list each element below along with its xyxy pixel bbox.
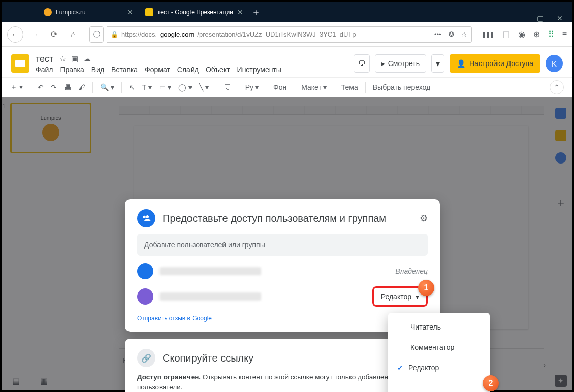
menu-view[interactable]: Вид	[91, 66, 104, 74]
address-field[interactable]: 🔒 https://docs.google.com/presentation/d…	[107, 26, 472, 43]
favicon-slides	[145, 8, 153, 16]
star-icon[interactable]: ☆	[59, 54, 66, 63]
tab-title: Lumpics.ru	[56, 9, 86, 16]
redo-button[interactable]: ↷	[51, 83, 57, 91]
move-folder-icon[interactable]: ▣	[71, 54, 78, 63]
share-button[interactable]: 👤 Настройки Доступа	[450, 54, 540, 73]
more-icon[interactable]: •••	[434, 30, 441, 38]
role-dropdown-button[interactable]: Редактор ▾ 1	[372, 286, 428, 307]
reload-button[interactable]: ⟳	[46, 26, 62, 43]
extensions-icon[interactable]: ⠿	[548, 29, 554, 39]
url-part: /presentation/d/1vUZz_UD1iTsKwIN3WJ_3YC1…	[197, 30, 356, 38]
paint-format-button[interactable]: 🖌	[78, 83, 85, 91]
menu-file[interactable]: Файл	[36, 66, 53, 74]
cloud-saved-icon: ☁	[83, 54, 91, 63]
separator	[388, 381, 490, 381]
present-button[interactable]: ▸ Смотреть	[375, 54, 426, 73]
browser-tab-active[interactable]: тест - Google Презентации ✕	[139, 4, 249, 21]
menu-tools[interactable]: Инструменты	[237, 66, 281, 74]
site-info-button[interactable]: ⓘ	[89, 26, 104, 43]
url-bar: ← → ⟳ ⌂ ⓘ 🔒 https://docs.google.com/pres…	[2, 22, 572, 47]
background-button[interactable]: Фон	[273, 83, 286, 91]
role-dropdown-menu: Читатель Комментатор ✓Редактор Назначить…	[388, 313, 490, 392]
add-people-input[interactable]: Добавьте пользователей или группы	[137, 234, 428, 256]
url-host: google.com	[160, 30, 194, 38]
back-button[interactable]: ←	[7, 26, 23, 43]
user-avatar	[137, 263, 153, 279]
library-icon[interactable]: ⫿⫿⫿	[482, 30, 494, 39]
textbox-tool[interactable]: T ▾	[142, 83, 152, 91]
callout-badge: 2	[483, 375, 499, 391]
toolbar: ＋ ▾ ↶ ↷ 🖶 🖌 🔍 ▾ ↖ T ▾ ▭ ▾ ◯ ▾ ╲ ▾ 🗨 Pу ▾…	[2, 77, 572, 97]
reader-mode-icon[interactable]: ✪	[449, 30, 454, 38]
doc-header: тест ☆ ▣ ☁ Файл Правка Вид Вставка Форма…	[2, 47, 572, 77]
sidebar-icon[interactable]: ◫	[502, 29, 510, 39]
line-tool[interactable]: ╲ ▾	[199, 83, 209, 91]
favicon-lumpics	[44, 8, 52, 16]
menu-reader[interactable]: Читатель	[388, 317, 490, 337]
new-tab-button[interactable]: ＋	[251, 6, 261, 18]
menu-format[interactable]: Формат	[145, 66, 170, 74]
close-icon[interactable]: ✕	[237, 8, 243, 16]
check-icon: ✓	[397, 364, 403, 372]
menu-edit[interactable]: Правка	[60, 66, 84, 74]
menu-insert[interactable]: Вставка	[111, 66, 138, 74]
user-name-blurred	[160, 267, 261, 275]
print-button[interactable]: 🖶	[64, 83, 71, 91]
close-icon[interactable]: ✕	[127, 8, 133, 16]
account-avatar[interactable]: K	[546, 55, 563, 72]
url-part: https://docs.	[121, 30, 157, 38]
menu-make-owner[interactable]: Назначить владельцем 2	[388, 384, 490, 392]
link-title: Скопируйте ссылку	[163, 352, 253, 364]
shape-tool[interactable]: ◯ ▾	[178, 83, 192, 91]
transition-button[interactable]: Выбрать переход	[373, 83, 430, 91]
menu-editor[interactable]: ✓Редактор	[388, 357, 490, 378]
browser-titlebar: Lumpics.ru ✕ тест - Google Презентации ✕…	[2, 2, 572, 22]
share-user-row: Владелец	[137, 263, 428, 279]
layout-button[interactable]: Макет ▾	[301, 83, 327, 91]
zoom-button[interactable]: 🔍 ▾	[100, 83, 114, 91]
tab-title: тест - Google Презентации	[157, 9, 233, 16]
link-icon: 🔗	[137, 349, 155, 367]
user-avatar	[137, 288, 153, 305]
share-title: Предоставьте доступ пользователям и груп…	[163, 213, 386, 224]
close-window-button[interactable]: ✕	[557, 14, 563, 22]
collapse-toolbar[interactable]: ⌃	[550, 80, 564, 94]
menu-object[interactable]: Объект	[206, 66, 230, 74]
menu-slide[interactable]: Слайд	[177, 66, 199, 74]
callout-badge: 1	[418, 280, 434, 296]
people-icon	[137, 209, 155, 227]
lock-icon: 🔒	[111, 31, 118, 38]
image-tool[interactable]: ▭ ▾	[159, 83, 171, 91]
theme-button[interactable]: Тема	[341, 83, 358, 91]
link-body: Доступ ограничен. Открывать контент по э…	[137, 372, 428, 392]
bookmark-icon[interactable]: ☆	[461, 30, 467, 38]
forward-button[interactable]: →	[26, 26, 43, 43]
owner-badge: Владелец	[395, 267, 428, 275]
browser-tab[interactable]: Lumpics.ru ✕	[38, 4, 139, 21]
comments-button[interactable]: 🗨	[354, 54, 370, 73]
present-dropdown[interactable]: ▾	[431, 54, 444, 73]
user-name-blurred	[160, 292, 261, 301]
rt-label[interactable]: Pу ▾	[245, 83, 259, 91]
home-button[interactable]: ⌂	[65, 26, 81, 43]
menu-bar: Файл Правка Вид Вставка Формат Слайд Объ…	[36, 66, 281, 74]
comment-tool[interactable]: 🗨	[224, 83, 231, 91]
share-user-row: Редактор ▾ 1	[137, 286, 428, 307]
menu-commenter[interactable]: Комментатор	[388, 337, 490, 357]
select-tool[interactable]: ↖	[129, 83, 135, 91]
share-people-card: Предоставьте доступ пользователям и груп…	[125, 199, 440, 332]
slides-logo[interactable]	[11, 54, 29, 73]
minimize-button[interactable]: —	[517, 14, 524, 22]
chevron-down-icon: ▾	[416, 292, 419, 301]
maximize-button[interactable]: ▢	[537, 14, 544, 22]
feedback-link[interactable]: Отправить отзыв в Google	[137, 315, 212, 322]
globe-icon[interactable]: ⊕	[533, 29, 540, 39]
gear-icon[interactable]: ⚙	[420, 213, 428, 224]
account-icon[interactable]: ◉	[518, 29, 525, 39]
menu-icon[interactable]: ≡	[562, 30, 567, 39]
undo-button[interactable]: ↶	[38, 83, 44, 91]
new-slide-button[interactable]: ＋ ▾	[10, 83, 23, 92]
doc-title[interactable]: тест	[36, 54, 53, 64]
